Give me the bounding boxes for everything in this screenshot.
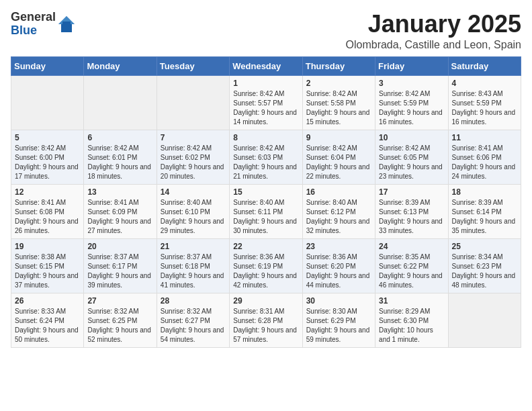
calendar-cell: 17Sunrise: 8:39 AMSunset: 6:13 PMDayligh… <box>375 184 448 238</box>
calendar-cell: 3Sunrise: 8:42 AMSunset: 5:59 PMDaylight… <box>375 75 448 130</box>
cell-info: Sunrise: 8:29 AMSunset: 6:30 PMDaylight:… <box>379 307 444 345</box>
day-number: 15 <box>233 187 298 197</box>
location-title: Olombrada, Castille and Leon, Spain <box>346 39 522 51</box>
day-number: 29 <box>233 296 298 306</box>
cell-info: Sunrise: 8:42 AMSunset: 5:59 PMDaylight:… <box>379 89 444 127</box>
cell-info: Sunrise: 8:32 AMSunset: 6:27 PMDaylight:… <box>161 307 226 345</box>
cell-info: Sunrise: 8:42 AMSunset: 6:04 PMDaylight:… <box>306 144 371 181</box>
day-number: 4 <box>452 79 517 88</box>
day-number: 2 <box>306 79 371 88</box>
calendar-cell: 6Sunrise: 8:42 AMSunset: 6:01 PMDaylight… <box>84 130 157 184</box>
calendar-cell: 5Sunrise: 8:42 AMSunset: 6:00 PMDaylight… <box>11 130 84 184</box>
day-number: 3 <box>379 79 444 88</box>
calendar-cell: 9Sunrise: 8:42 AMSunset: 6:04 PMDaylight… <box>302 130 375 184</box>
day-number: 26 <box>15 296 80 306</box>
cell-info: Sunrise: 8:42 AMSunset: 6:00 PMDaylight:… <box>15 144 80 181</box>
calendar-week-3: 12Sunrise: 8:41 AMSunset: 6:08 PMDayligh… <box>11 184 521 238</box>
day-header-wednesday: Wednesday <box>230 56 302 75</box>
cell-info: Sunrise: 8:42 AMSunset: 5:58 PMDaylight:… <box>306 89 371 127</box>
day-number: 7 <box>161 133 226 142</box>
cell-info: Sunrise: 8:42 AMSunset: 6:05 PMDaylight:… <box>379 144 444 181</box>
logo-icon <box>57 15 76 34</box>
day-number: 23 <box>306 242 371 251</box>
day-number: 9 <box>306 133 371 142</box>
cell-info: Sunrise: 8:42 AMSunset: 6:03 PMDaylight:… <box>233 144 298 181</box>
day-header-saturday: Saturday <box>448 56 521 75</box>
day-header-tuesday: Tuesday <box>157 56 229 75</box>
day-number: 6 <box>87 133 152 142</box>
calendar-cell: 2Sunrise: 8:42 AMSunset: 5:58 PMDaylight… <box>302 75 375 130</box>
day-number: 18 <box>452 187 517 197</box>
calendar-cell: 13Sunrise: 8:41 AMSunset: 6:09 PMDayligh… <box>84 184 157 238</box>
cell-info: Sunrise: 8:34 AMSunset: 6:23 PMDaylight:… <box>452 253 517 290</box>
day-header-sunday: Sunday <box>11 56 84 75</box>
cell-info: Sunrise: 8:42 AMSunset: 6:02 PMDaylight:… <box>161 144 226 181</box>
day-number: 31 <box>379 296 444 306</box>
calendar-cell <box>157 75 229 130</box>
day-number: 12 <box>15 187 80 197</box>
day-number: 14 <box>161 187 226 197</box>
day-header-friday: Friday <box>375 56 448 75</box>
cell-info: Sunrise: 8:30 AMSunset: 6:29 PMDaylight:… <box>306 307 371 345</box>
cell-info: Sunrise: 8:31 AMSunset: 6:28 PMDaylight:… <box>233 307 298 345</box>
calendar-cell: 8Sunrise: 8:42 AMSunset: 6:03 PMDaylight… <box>230 130 302 184</box>
day-number: 30 <box>306 296 371 306</box>
page-header: General Blue January 2025 Olombrada, Cas… <box>11 11 521 51</box>
calendar-cell: 21Sunrise: 8:37 AMSunset: 6:18 PMDayligh… <box>157 238 229 293</box>
logo: General Blue <box>11 11 76 38</box>
calendar-cell: 18Sunrise: 8:39 AMSunset: 6:14 PMDayligh… <box>448 184 521 238</box>
day-number: 25 <box>452 242 517 251</box>
cell-info: Sunrise: 8:42 AMSunset: 6:01 PMDaylight:… <box>87 144 152 181</box>
calendar-cell: 15Sunrise: 8:40 AMSunset: 6:11 PMDayligh… <box>230 184 302 238</box>
day-number: 24 <box>379 242 444 251</box>
cell-info: Sunrise: 8:39 AMSunset: 6:13 PMDaylight:… <box>379 198 444 236</box>
day-number: 19 <box>15 242 80 251</box>
calendar-cell: 7Sunrise: 8:42 AMSunset: 6:02 PMDaylight… <box>157 130 229 184</box>
cell-info: Sunrise: 8:36 AMSunset: 6:19 PMDaylight:… <box>233 253 298 290</box>
cell-info: Sunrise: 8:37 AMSunset: 6:17 PMDaylight:… <box>87 253 152 290</box>
calendar-cell: 29Sunrise: 8:31 AMSunset: 6:28 PMDayligh… <box>230 293 302 347</box>
logo-blue: Blue <box>11 24 37 37</box>
cell-info: Sunrise: 8:32 AMSunset: 6:25 PMDaylight:… <box>87 307 152 345</box>
day-number: 27 <box>87 296 152 306</box>
cell-info: Sunrise: 8:36 AMSunset: 6:20 PMDaylight:… <box>306 253 371 290</box>
calendar-week-4: 19Sunrise: 8:38 AMSunset: 6:15 PMDayligh… <box>11 238 521 293</box>
day-number: 17 <box>379 187 444 197</box>
calendar-cell: 16Sunrise: 8:40 AMSunset: 6:12 PMDayligh… <box>302 184 375 238</box>
cell-info: Sunrise: 8:41 AMSunset: 6:08 PMDaylight:… <box>15 198 80 236</box>
calendar-cell: 12Sunrise: 8:41 AMSunset: 6:08 PMDayligh… <box>11 184 84 238</box>
calendar-cell <box>11 75 84 130</box>
calendar-cell: 30Sunrise: 8:30 AMSunset: 6:29 PMDayligh… <box>302 293 375 347</box>
day-number: 16 <box>306 187 371 197</box>
cell-info: Sunrise: 8:41 AMSunset: 6:09 PMDaylight:… <box>87 198 152 236</box>
logo-general: General <box>11 10 56 24</box>
cell-info: Sunrise: 8:40 AMSunset: 6:11 PMDaylight:… <box>233 198 298 236</box>
cell-info: Sunrise: 8:35 AMSunset: 6:22 PMDaylight:… <box>379 253 444 290</box>
title-block: January 2025 Olombrada, Castille and Leo… <box>346 11 522 51</box>
day-header-thursday: Thursday <box>302 56 375 75</box>
calendar-cell: 10Sunrise: 8:42 AMSunset: 6:05 PMDayligh… <box>375 130 448 184</box>
day-number: 8 <box>233 133 298 142</box>
day-number: 1 <box>233 79 298 88</box>
cell-info: Sunrise: 8:37 AMSunset: 6:18 PMDaylight:… <box>161 253 226 290</box>
calendar-table: SundayMondayTuesdayWednesdayThursdayFrid… <box>11 56 521 348</box>
cell-info: Sunrise: 8:43 AMSunset: 5:59 PMDaylight:… <box>452 89 517 127</box>
cell-info: Sunrise: 8:33 AMSunset: 6:24 PMDaylight:… <box>15 307 80 345</box>
day-number: 21 <box>161 242 226 251</box>
day-number: 5 <box>15 133 80 142</box>
calendar-week-5: 26Sunrise: 8:33 AMSunset: 6:24 PMDayligh… <box>11 293 521 347</box>
calendar-cell: 23Sunrise: 8:36 AMSunset: 6:20 PMDayligh… <box>302 238 375 293</box>
calendar-cell: 25Sunrise: 8:34 AMSunset: 6:23 PMDayligh… <box>448 238 521 293</box>
calendar-cell: 27Sunrise: 8:32 AMSunset: 6:25 PMDayligh… <box>84 293 157 347</box>
calendar-cell: 28Sunrise: 8:32 AMSunset: 6:27 PMDayligh… <box>157 293 229 347</box>
calendar-cell <box>448 293 521 347</box>
day-number: 10 <box>379 133 444 142</box>
calendar-cell: 19Sunrise: 8:38 AMSunset: 6:15 PMDayligh… <box>11 238 84 293</box>
cell-info: Sunrise: 8:41 AMSunset: 6:06 PMDaylight:… <box>452 144 517 181</box>
calendar-header-row: SundayMondayTuesdayWednesdayThursdayFrid… <box>11 56 521 75</box>
calendar-week-2: 5Sunrise: 8:42 AMSunset: 6:00 PMDaylight… <box>11 130 521 184</box>
cell-info: Sunrise: 8:39 AMSunset: 6:14 PMDaylight:… <box>452 198 517 236</box>
calendar-cell: 31Sunrise: 8:29 AMSunset: 6:30 PMDayligh… <box>375 293 448 347</box>
day-number: 28 <box>161 296 226 306</box>
cell-info: Sunrise: 8:40 AMSunset: 6:12 PMDaylight:… <box>306 198 371 236</box>
